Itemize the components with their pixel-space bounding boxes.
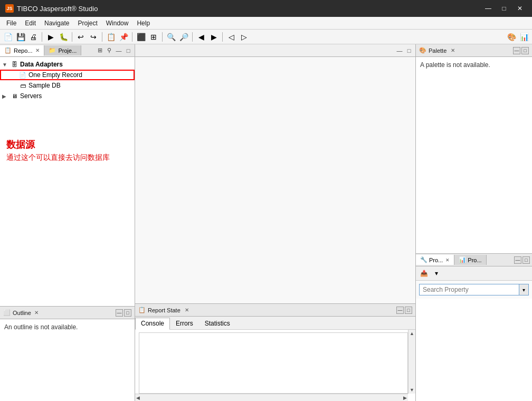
menu-navigate[interactable]: Navigate [40, 18, 73, 28]
toolbar-extra2-button[interactable]: ▷ [238, 31, 250, 43]
tab-repository[interactable]: 📋 Repo... ✕ [0, 45, 44, 56]
tab-maximize[interactable]: □ [124, 46, 132, 55]
rs-scrollbar-right[interactable]: ▲ ▼ [408, 330, 415, 394]
toolbar-sep-4 [132, 32, 132, 42]
properties-tab-1[interactable]: 🔧 Pro... ✕ [416, 255, 454, 265]
report-state-minimize-btn[interactable]: — [396, 307, 404, 314]
center-tab-actions: — □ [395, 46, 415, 55]
center-maximize-btn[interactable]: □ [405, 46, 413, 55]
palette-minimize-btn[interactable]: — [513, 47, 520, 54]
toolbar-copy-button[interactable]: 📋 [105, 31, 117, 43]
window-controls: — □ ✕ [481, 3, 527, 14]
toolbar-back-button[interactable]: ◀ [195, 31, 207, 43]
toolbar-sep-3 [102, 32, 102, 42]
center-minimize-btn[interactable]: — [395, 46, 404, 55]
rs-tab-console[interactable]: Console [135, 318, 170, 330]
editor-area[interactable] [135, 57, 415, 303]
toolbar-sep-1 [42, 32, 42, 42]
toolbar-paste-button[interactable]: 📌 [118, 31, 129, 43]
scroll-down-icon[interactable]: ▼ [408, 386, 415, 394]
toolbar-undo-button[interactable]: ↩ [75, 31, 87, 43]
properties-tab-1-label: Pro... [429, 257, 443, 263]
toolbar-palette-button[interactable]: 🎨 [506, 31, 517, 43]
rs-text-area[interactable] [139, 332, 408, 394]
properties-maximize-btn[interactable]: □ [522, 256, 530, 264]
palette-panel: 🎨 Palette ✕ — □ A palette is not availab… [416, 44, 532, 253]
scroll-up-icon[interactable]: ▲ [408, 330, 415, 337]
menu-project[interactable]: Project [73, 18, 101, 28]
outline-minimize-btn[interactable]: — [116, 309, 123, 317]
toolbar-save-button[interactable]: 💾 [15, 31, 26, 43]
toolbar-print-button[interactable]: 🖨 [27, 31, 39, 43]
menu-file[interactable]: File [2, 18, 21, 28]
toolbar-redo-button[interactable]: ↪ [88, 31, 99, 43]
report-state-tabs: Console Errors Statistics [135, 317, 415, 330]
rs-tab-statistics[interactable]: Statistics [199, 318, 236, 329]
properties-tab-1-close[interactable]: ✕ [445, 257, 450, 263]
toolbar-zoom-in-button[interactable]: 🔍 [165, 31, 177, 43]
toolbar-forward-button[interactable]: ▶ [208, 31, 220, 43]
app-title: TIBCO Jaspersoft® Studio [17, 5, 481, 13]
properties-content [416, 299, 532, 401]
toolbar-sep-5 [162, 32, 163, 42]
report-state-min-max: — □ [396, 307, 412, 314]
center-panel: — □ 📋 Report State ✕ — □ Console Errors … [135, 44, 416, 401]
palette-title-bar: 🎨 Palette ✕ — □ [416, 44, 532, 57]
toolbar: 📄 💾 🖨 ▶ 🐛 ↩ ↪ 📋 📌 ⬛ ⊞ 🔍 🔎 ◀ ▶ ◁ ▷ 🎨 📊 [0, 30, 532, 44]
tab-toolbar-btn1[interactable]: ⊞ [96, 46, 104, 55]
title-bar: JS TIBCO Jaspersoft® Studio — □ ✕ [0, 0, 532, 17]
repo-project-tab-bar: 📋 Repo... ✕ 📁 Proje... ⊞ ⚲ — □ [0, 44, 135, 57]
toolbar-zoom-out-button[interactable]: 🔎 [178, 31, 189, 43]
toolbar-extra1-button[interactable]: ◁ [225, 31, 237, 43]
rs-scrollbar-bottom[interactable]: ◀ ▶ [135, 394, 408, 401]
outline-maximize-btn[interactable]: □ [124, 309, 131, 317]
toolbar-debug-button[interactable]: 🐛 [58, 31, 69, 43]
report-state-maximize-btn[interactable]: □ [405, 307, 412, 314]
properties-panel: 🔧 Pro... ✕ 📊 Pro... — □ 📤 ▾ ▾ [416, 253, 532, 401]
search-property-input[interactable] [419, 284, 519, 295]
menu-window[interactable]: Window [102, 18, 133, 28]
maximize-button[interactable]: □ [497, 3, 511, 14]
rs-tab-errors[interactable]: Errors [170, 318, 199, 329]
repo-tab-close[interactable]: ✕ [35, 47, 40, 53]
prop-toolbar-btn1[interactable]: 📤 [418, 268, 430, 279]
report-state-panel: 📋 Report State ✕ — □ Console Errors Stat… [135, 303, 415, 401]
toolbar-grid-button[interactable]: ⊞ [148, 31, 159, 43]
palette-maximize-btn[interactable]: □ [521, 47, 529, 54]
expand-data-adapters-icon: ▼ [2, 62, 8, 68]
palette-title: Palette [429, 47, 446, 54]
menu-edit[interactable]: Edit [21, 18, 40, 28]
repo-tab-label: Repo... [14, 47, 32, 54]
toolbar-report-button[interactable]: 📊 [518, 31, 530, 43]
tab-toolbar-btn2[interactable]: ⚲ [105, 46, 113, 55]
tree-item-data-adapters[interactable]: ▼ 🗄 Data Adapters [0, 59, 135, 70]
report-state-title: Report State [148, 307, 180, 313]
palette-message: A palette is not available. [420, 61, 490, 69]
search-property-dropdown[interactable]: ▾ [519, 284, 529, 295]
palette-close[interactable]: ✕ [451, 47, 455, 53]
prop-toolbar-dropdown[interactable]: ▾ [431, 268, 442, 279]
toolbar-align-button[interactable]: ⬛ [135, 31, 147, 43]
properties-minimize-btn[interactable]: — [514, 256, 521, 264]
tab-project[interactable]: 📁 Proje... [44, 45, 81, 55]
expand-servers-icon: ▶ [2, 93, 8, 99]
app-icon: JS [5, 4, 14, 13]
tree-item-servers[interactable]: ▶ 🖥 Servers [0, 91, 135, 101]
outline-min-max: — □ [116, 309, 131, 317]
minimize-button[interactable]: — [481, 3, 495, 14]
menu-help[interactable]: Help [132, 18, 154, 28]
properties-tab-bar: 🔧 Pro... ✕ 📊 Pro... — □ [416, 254, 532, 266]
toolbar-run-button[interactable]: ▶ [45, 31, 56, 43]
tree-item-one-empty-record[interactable]: 📄 One Empty Record [0, 70, 135, 80]
toolbar-new-button[interactable]: 📄 [2, 31, 14, 43]
outline-close[interactable]: ✕ [34, 310, 39, 316]
right-panel: 🎨 Palette ✕ — □ A palette is not availab… [416, 44, 532, 401]
sample-db-label: Sample DB [28, 82, 61, 89]
close-button[interactable]: ✕ [513, 3, 527, 14]
tab-minimize[interactable]: — [115, 46, 123, 55]
report-state-close[interactable]: ✕ [185, 307, 189, 313]
properties-tab-2[interactable]: 📊 Pro... [454, 255, 486, 265]
tree-item-sample-db[interactable]: 🗃 Sample DB [0, 80, 135, 91]
scroll-right-icon[interactable]: ▶ [402, 395, 408, 400]
scroll-left-icon[interactable]: ◀ [135, 395, 141, 400]
